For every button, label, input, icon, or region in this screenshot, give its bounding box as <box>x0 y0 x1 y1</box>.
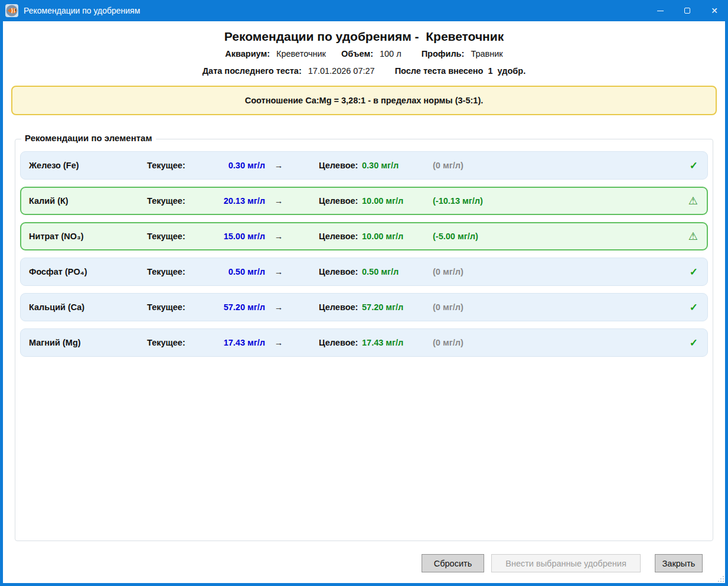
arrow-icon: → <box>265 338 292 347</box>
element-row-no3[interactable]: Нитрат (NO₃) Текущее: 15.00 мг/л → Целев… <box>20 222 708 250</box>
current-label: Текущее: <box>147 232 200 241</box>
delta-value: (0 мг/л) <box>433 161 527 170</box>
arrow-icon: → <box>265 232 292 241</box>
warning-icon: ⚠ <box>683 230 698 243</box>
warning-icon: ⚠ <box>683 194 698 207</box>
delta-value: (0 мг/л) <box>433 267 527 276</box>
current-label: Текущее: <box>147 196 200 206</box>
maximize-icon <box>684 8 690 14</box>
after-test-text: После теста внесено 1 удобр. <box>395 66 526 76</box>
target-value: 17.43 мг/л <box>362 338 433 347</box>
check-icon: ✓ <box>683 301 698 314</box>
check-icon: ✓ <box>683 266 698 278</box>
recommendations-groupbox: Рекомендации по элементам Железо (Fe) Те… <box>15 139 713 541</box>
element-row-ca[interactable]: Кальций (Ca) Текущее: 57.20 мг/л → Целев… <box>20 293 708 321</box>
app-window: Рекомендации по удобрениям ✕ Рекомендаци… <box>0 0 728 586</box>
target-label: Целевое: <box>292 161 362 170</box>
apply-fertilizers-button[interactable]: Внести выбранные удобрения <box>491 554 641 572</box>
groupbox-title: Рекомендации по элементам <box>21 133 156 143</box>
close-icon: ✕ <box>711 6 718 15</box>
maximize-button[interactable] <box>674 0 701 21</box>
current-label: Текущее: <box>147 302 200 312</box>
check-icon: ✓ <box>683 159 698 172</box>
minimize-button[interactable] <box>647 0 674 21</box>
arrow-icon: → <box>265 302 292 312</box>
ca-mg-ratio-text: Соотношение Ca:Mg = 3,28:1 - в пределах … <box>245 96 484 105</box>
current-value: 15.00 мг/л <box>200 232 265 241</box>
profile-value: Травник <box>471 49 502 58</box>
button-bar: Сбросить Внести выбранные удобрения Закр… <box>11 554 717 583</box>
target-value: 10.00 мг/л <box>362 196 433 206</box>
page-title: Рекомендации по удобрениям - Креветочник <box>11 30 717 44</box>
element-name: Магний (Mg) <box>29 338 147 347</box>
profile-label: Профиль: <box>422 49 465 58</box>
reset-button[interactable]: Сбросить <box>422 554 484 572</box>
window-title: Рекомендации по удобрениям <box>24 6 140 15</box>
resize-grip-icon[interactable] <box>716 574 724 582</box>
aquarium-value: Креветочник <box>276 49 326 58</box>
element-name: Нитрат (NO₃) <box>29 232 147 241</box>
close-button[interactable]: ✕ <box>701 0 728 21</box>
title-bar: Рекомендации по удобрениям ✕ <box>0 0 728 21</box>
target-value: 0.30 мг/л <box>362 161 433 170</box>
current-value: 0.50 мг/л <box>200 267 265 276</box>
target-value: 10.00 мг/л <box>362 232 433 241</box>
delta-value: (-10.13 мг/л) <box>433 196 527 206</box>
app-fish-icon <box>5 4 18 17</box>
element-name: Фосфат (PO₄) <box>29 267 147 276</box>
current-label: Текущее: <box>147 267 200 276</box>
test-info-line: Дата последнего теста: 17.01.2026 07:27 … <box>11 66 717 76</box>
target-label: Целевое: <box>292 232 362 241</box>
element-name: Калий (К) <box>29 196 147 206</box>
target-value: 0.50 мг/л <box>362 267 433 276</box>
dialog-content: Рекомендации по удобрениям - Креветочник… <box>3 21 725 583</box>
close-dialog-button[interactable]: Закрыть <box>655 554 703 572</box>
target-value: 57.20 мг/л <box>362 302 433 312</box>
target-label: Целевое: <box>292 302 362 312</box>
arrow-icon: → <box>265 161 292 170</box>
delta-value: (-5.00 мг/л) <box>433 232 527 241</box>
current-label: Текущее: <box>147 338 200 347</box>
element-row-fe[interactable]: Железо (Fe) Текущее: 0.30 мг/л → Целевое… <box>20 151 708 180</box>
element-row-mg[interactable]: Магний (Mg) Текущее: 17.43 мг/л → Целево… <box>20 328 708 357</box>
current-value: 0.30 мг/л <box>200 161 265 170</box>
volume-label: Объем: <box>341 49 373 58</box>
current-label: Текущее: <box>147 161 200 170</box>
aquarium-label: Аквариум: <box>225 49 270 58</box>
target-label: Целевое: <box>292 196 362 206</box>
current-value: 57.20 мг/л <box>200 302 265 312</box>
arrow-icon: → <box>265 267 292 276</box>
ca-mg-ratio-alert: Соотношение Ca:Mg = 3,28:1 - в пределах … <box>11 86 717 115</box>
aquarium-info-line: Аквариум: Креветочник Объем: 100 л Профи… <box>11 49 717 58</box>
element-row-k[interactable]: Калий (К) Текущее: 20.13 мг/л → Целевое:… <box>20 187 708 215</box>
current-value: 20.13 мг/л <box>200 196 265 206</box>
delta-value: (0 мг/л) <box>433 338 527 347</box>
element-row-po4[interactable]: Фосфат (PO₄) Текущее: 0.50 мг/л → Целево… <box>20 258 708 286</box>
element-name: Железо (Fe) <box>29 161 147 170</box>
arrow-icon: → <box>265 196 292 206</box>
current-value: 17.43 мг/л <box>200 338 265 347</box>
volume-value: 100 л <box>380 49 401 58</box>
target-label: Целевое: <box>292 267 362 276</box>
target-label: Целевое: <box>292 338 362 347</box>
minimize-icon <box>657 11 664 11</box>
last-test-value: 17.01.2026 07:27 <box>308 66 375 76</box>
delta-value: (0 мг/л) <box>433 302 527 312</box>
check-icon: ✓ <box>683 337 698 349</box>
last-test-label: Дата последнего теста: <box>203 66 302 76</box>
element-name: Кальций (Ca) <box>29 302 147 312</box>
